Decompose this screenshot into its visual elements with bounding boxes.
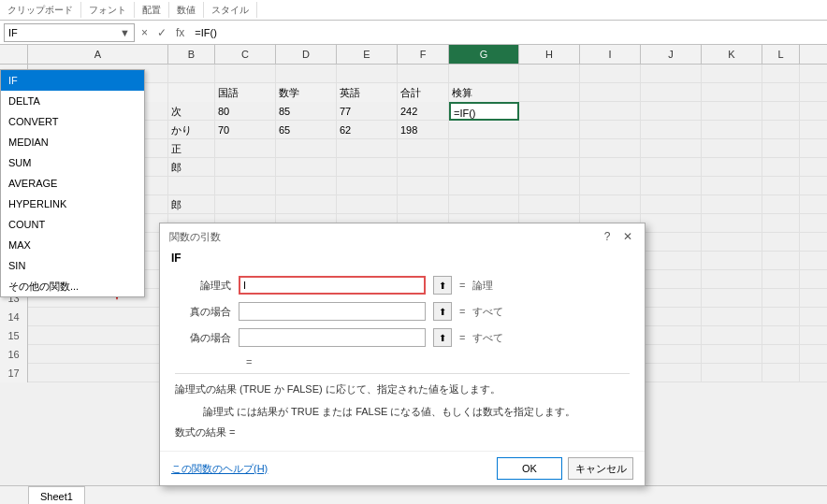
cell-j5[interactable] bbox=[641, 139, 702, 158]
dropdown-item-hyperlink[interactable]: HYPERLINK bbox=[1, 194, 144, 214]
cell-j12[interactable] bbox=[641, 270, 702, 289]
dropdown-item-max[interactable]: MAX bbox=[1, 235, 144, 255]
col-header-b[interactable]: B bbox=[168, 45, 215, 64]
dialog-input-ronrishi[interactable] bbox=[239, 276, 426, 295]
cell-d4[interactable]: 65 bbox=[276, 121, 337, 139]
cell-a14[interactable] bbox=[28, 308, 168, 326]
cell-k13[interactable] bbox=[702, 289, 762, 308]
cell-j13[interactable] bbox=[641, 289, 702, 308]
cell-c3[interactable]: 80 bbox=[215, 102, 276, 121]
cell-k16[interactable] bbox=[702, 345, 762, 364]
cell-g8[interactable] bbox=[449, 195, 519, 214]
formula-cancel-btn[interactable]: × bbox=[138, 26, 151, 39]
cell-d8[interactable] bbox=[276, 195, 337, 214]
cell-e5[interactable] bbox=[337, 139, 398, 158]
cell-h8[interactable] bbox=[519, 195, 580, 214]
cell-j4[interactable] bbox=[641, 121, 702, 139]
cell-k15[interactable] bbox=[702, 326, 762, 345]
cell-j10[interactable] bbox=[641, 233, 702, 252]
formula-input[interactable] bbox=[191, 25, 823, 40]
cell-b7[interactable] bbox=[168, 177, 215, 195]
cell-f1[interactable] bbox=[398, 65, 449, 83]
cell-i6[interactable] bbox=[580, 158, 641, 177]
cell-f5[interactable] bbox=[398, 139, 449, 158]
cell-j3[interactable] bbox=[641, 102, 702, 121]
dropdown-item-delta[interactable]: DELTA bbox=[1, 91, 144, 111]
col-header-d[interactable]: D bbox=[276, 45, 337, 64]
dialog-input-true[interactable] bbox=[239, 302, 426, 321]
col-header-j[interactable]: J bbox=[641, 45, 702, 64]
cell-j2[interactable] bbox=[641, 83, 702, 102]
cell-l4[interactable] bbox=[762, 121, 800, 139]
col-header-h[interactable]: H bbox=[519, 45, 580, 64]
cell-j6[interactable] bbox=[641, 158, 702, 177]
dialog-cancel-button[interactable]: キャンセル bbox=[568, 457, 633, 480]
cell-l1[interactable] bbox=[762, 65, 800, 83]
cell-i2[interactable] bbox=[580, 83, 641, 102]
cell-k6[interactable] bbox=[702, 158, 762, 177]
dialog-expand-false[interactable]: ⬆ bbox=[433, 328, 452, 347]
cell-j1[interactable] bbox=[641, 65, 702, 83]
cell-f4[interactable]: 198 bbox=[398, 121, 449, 139]
cell-b4[interactable]: かり bbox=[168, 121, 215, 139]
cell-k1[interactable] bbox=[702, 65, 762, 83]
cell-k7[interactable] bbox=[702, 177, 762, 195]
cell-j8[interactable] bbox=[641, 195, 702, 214]
cell-l11[interactable] bbox=[762, 252, 800, 270]
name-box-dropdown-arrow[interactable]: ▼ bbox=[120, 27, 130, 38]
dropdown-item-sin[interactable]: SIN bbox=[1, 255, 144, 276]
cell-k9[interactable] bbox=[702, 214, 762, 233]
cell-d3[interactable]: 85 bbox=[276, 102, 337, 121]
cell-k11[interactable] bbox=[702, 252, 762, 270]
cell-l8[interactable] bbox=[762, 195, 800, 214]
cell-l9[interactable] bbox=[762, 214, 800, 233]
cell-j17[interactable] bbox=[641, 364, 702, 382]
sheet-tab-sheet1[interactable]: Sheet1 bbox=[28, 486, 85, 505]
cell-g1[interactable] bbox=[449, 65, 519, 83]
cell-h4[interactable] bbox=[519, 121, 580, 139]
cell-k14[interactable] bbox=[702, 308, 762, 326]
cell-l14[interactable] bbox=[762, 308, 800, 326]
cell-l3[interactable] bbox=[762, 102, 800, 121]
cell-l15[interactable] bbox=[762, 326, 800, 345]
cell-d1[interactable] bbox=[276, 65, 337, 83]
cell-a16[interactable] bbox=[28, 345, 168, 364]
col-header-l[interactable]: L bbox=[762, 45, 800, 64]
cell-l12[interactable] bbox=[762, 270, 800, 289]
cell-g4[interactable] bbox=[449, 121, 519, 139]
cell-i4[interactable] bbox=[580, 121, 641, 139]
cell-b1[interactable] bbox=[168, 65, 215, 83]
cell-g3[interactable]: =IF() bbox=[449, 102, 519, 121]
dialog-expand-true[interactable]: ⬆ bbox=[433, 302, 452, 321]
cell-d7[interactable] bbox=[276, 177, 337, 195]
cell-l10[interactable] bbox=[762, 233, 800, 252]
cell-f2[interactable]: 合計 bbox=[398, 83, 449, 102]
cell-c2[interactable]: 国語 bbox=[215, 83, 276, 102]
cell-j9[interactable] bbox=[641, 214, 702, 233]
cell-g5[interactable] bbox=[449, 139, 519, 158]
cell-c4[interactable]: 70 bbox=[215, 121, 276, 139]
dropdown-item-more[interactable]: その他の関数... bbox=[1, 276, 144, 296]
col-header-c[interactable]: C bbox=[215, 45, 276, 64]
cell-a15[interactable] bbox=[28, 326, 168, 345]
cell-j7[interactable] bbox=[641, 177, 702, 195]
col-header-k[interactable]: K bbox=[702, 45, 762, 64]
cell-e8[interactable] bbox=[337, 195, 398, 214]
cell-l7[interactable] bbox=[762, 177, 800, 195]
cell-j14[interactable] bbox=[641, 308, 702, 326]
cell-d6[interactable] bbox=[276, 158, 337, 177]
cell-k17[interactable] bbox=[702, 364, 762, 382]
cell-d5[interactable] bbox=[276, 139, 337, 158]
dialog-expand-ronrishi[interactable]: ⬆ bbox=[433, 276, 452, 295]
dropdown-item-median[interactable]: MEDIAN bbox=[1, 132, 144, 152]
cell-l13[interactable] bbox=[762, 289, 800, 308]
dropdown-item-convert[interactable]: CONVERT bbox=[1, 111, 144, 132]
cell-l5[interactable] bbox=[762, 139, 800, 158]
cell-h3[interactable] bbox=[519, 102, 580, 121]
cell-l16[interactable] bbox=[762, 345, 800, 364]
cell-l6[interactable] bbox=[762, 158, 800, 177]
cell-k3[interactable] bbox=[702, 102, 762, 121]
cell-f3[interactable]: 242 bbox=[398, 102, 449, 121]
dialog-close-btn[interactable]: ✕ bbox=[620, 229, 635, 244]
cell-h7[interactable] bbox=[519, 177, 580, 195]
